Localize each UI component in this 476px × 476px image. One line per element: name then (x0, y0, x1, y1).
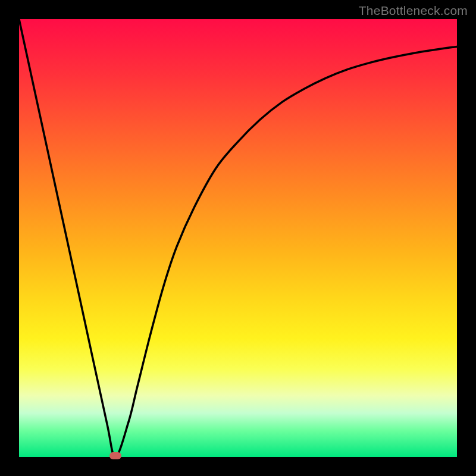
bottleneck-curve (19, 19, 457, 457)
chart-plot-area (19, 19, 457, 457)
watermark-text: TheBottleneck.com (359, 4, 468, 18)
min-point-marker (109, 452, 121, 459)
chart-frame: TheBottleneck.com (0, 0, 476, 476)
